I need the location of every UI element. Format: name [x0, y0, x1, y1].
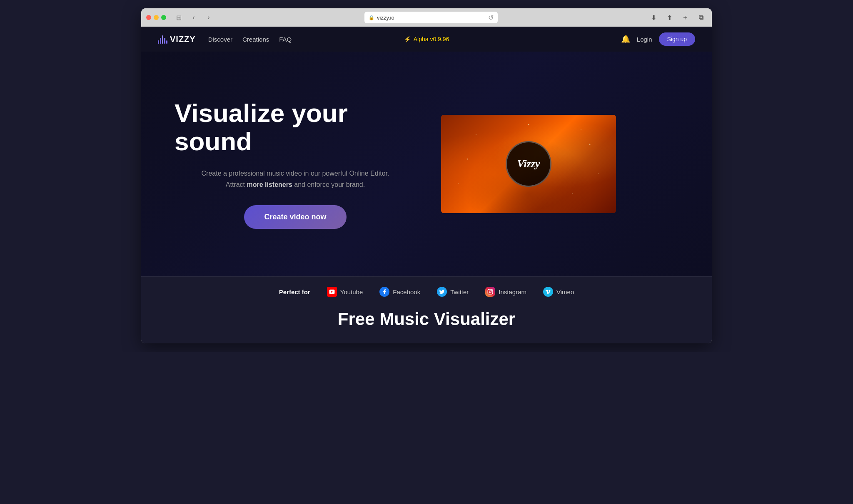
maximize-button[interactable] [161, 15, 166, 20]
logo-text: VIZZY [170, 35, 196, 44]
facebook-icon [379, 287, 389, 297]
browser-titlebar: ⊞ ‹ › 🔒 vizzy.io ↺ ⬇ ⬆ ＋ ⧉ [141, 8, 712, 27]
platform-facebook[interactable]: Facebook [379, 287, 420, 297]
address-bar-container: 🔒 vizzy.io ↺ [218, 12, 644, 23]
back-button[interactable]: ‹ [188, 12, 200, 23]
perfect-for-row: Perfect for Youtube [158, 287, 695, 297]
reload-button[interactable]: ↺ [488, 14, 494, 22]
twitter-label: Twitter [450, 288, 469, 295]
footer-bar: Perfect for Youtube [141, 276, 712, 343]
free-music-title: Free Music Visualizer [158, 297, 695, 333]
sidebar-toggle-button[interactable]: ⊞ [173, 12, 185, 23]
svg-rect-0 [488, 289, 493, 294]
login-button[interactable]: Login [637, 36, 652, 43]
svg-point-2 [491, 290, 492, 291]
nav-version-badge: ⚡ Alpha v0.9.96 [404, 36, 449, 42]
notification-bell-icon[interactable]: 🔔 [621, 35, 630, 44]
traffic-lights [146, 15, 166, 20]
navbar: VIZZY Discover Creations FAQ ⚡ Alpha v0.… [141, 27, 712, 52]
address-bar[interactable]: 🔒 vizzy.io ↺ [364, 12, 498, 23]
tab-overview-icon[interactable]: ⧉ [695, 12, 707, 23]
perfect-for-label: Perfect for [279, 288, 310, 295]
facebook-label: Facebook [393, 288, 420, 295]
site-wrapper: VIZZY Discover Creations FAQ ⚡ Alpha v0.… [141, 27, 712, 343]
lightning-icon: ⚡ [404, 36, 411, 42]
platform-twitter[interactable]: Twitter [437, 287, 469, 297]
url-text: vizzy.io [377, 15, 394, 21]
nav-links: Discover Creations FAQ [208, 36, 292, 43]
hero-video-logo-text: Vizzy [517, 158, 540, 170]
minimize-button[interactable] [154, 15, 159, 20]
hero-desc-attract: Attract [226, 181, 245, 188]
create-video-button[interactable]: Create video now [244, 205, 346, 229]
twitter-icon [437, 287, 447, 297]
hero-desc-line3: and enforce your brand. [294, 181, 365, 188]
platform-vimeo[interactable]: Vimeo [543, 287, 574, 297]
youtube-icon [327, 287, 337, 297]
security-icon: 🔒 [369, 15, 374, 20]
nav-logo[interactable]: VIZZY [158, 35, 196, 44]
instagram-label: Instagram [499, 288, 526, 295]
hero-video-thumbnail: Vizzy [441, 115, 616, 213]
hero-description: Create a professional music video in our… [175, 168, 416, 190]
forward-button[interactable]: › [203, 12, 214, 23]
logo-icon [158, 35, 167, 44]
nav-faq[interactable]: FAQ [279, 36, 292, 43]
instagram-icon [485, 287, 495, 297]
share-icon[interactable]: ⬆ [663, 12, 675, 23]
vimeo-label: Vimeo [556, 288, 574, 295]
close-button[interactable] [146, 15, 151, 20]
hero-desc-bold: more listeners [247, 181, 292, 188]
svg-point-1 [489, 291, 491, 293]
browser-controls: ⊞ ‹ › [173, 12, 214, 23]
new-tab-icon[interactable]: ＋ [679, 12, 691, 23]
version-text: Alpha v0.9.96 [414, 36, 449, 42]
hero-video-logo: Vizzy [506, 141, 551, 187]
platform-youtube[interactable]: Youtube [327, 287, 363, 297]
nav-discover[interactable]: Discover [208, 36, 232, 43]
vimeo-icon [543, 287, 553, 297]
download-icon[interactable]: ⬇ [648, 12, 659, 23]
signup-button[interactable]: Sign up [659, 32, 695, 46]
hero-desc-line1: Create a professional music video in our… [202, 170, 389, 177]
youtube-label: Youtube [340, 288, 363, 295]
nav-creations[interactable]: Creations [242, 36, 269, 43]
hero-title: Visualize your sound [175, 99, 416, 156]
hero-section: Visualize your sound Create a profession… [141, 52, 712, 276]
browser-actions: ⬇ ⬆ ＋ ⧉ [648, 12, 707, 23]
nav-right: 🔔 Login Sign up [621, 32, 695, 46]
hero-left: Visualize your sound Create a profession… [175, 99, 416, 229]
hero-right: Vizzy [441, 115, 616, 213]
platform-instagram[interactable]: Instagram [485, 287, 526, 297]
